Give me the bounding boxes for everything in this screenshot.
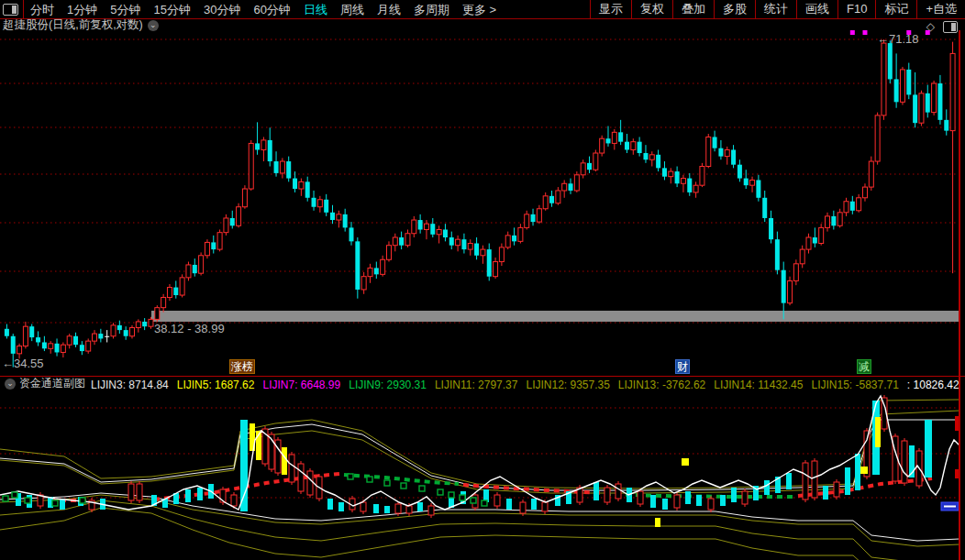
chevron-down-icon[interactable]: ⌄ <box>148 20 159 31</box>
sub-chart-canvas[interactable] <box>0 390 965 560</box>
candle-up <box>882 43 886 115</box>
sub-bar-cyan <box>197 488 203 500</box>
candle-up <box>600 138 605 153</box>
candle-up <box>556 191 560 203</box>
green-dot <box>25 498 30 503</box>
candle-up <box>800 249 804 264</box>
candle-up <box>857 198 861 211</box>
candle-up <box>919 93 924 123</box>
toolbar-item-9[interactable]: 多周期 <box>407 3 456 16</box>
candle-up <box>700 167 704 186</box>
toolbar-item-6[interactable]: 日线 <box>297 3 334 16</box>
sub-bar-cyan <box>593 482 599 500</box>
yellow-dot <box>860 467 868 474</box>
toolbar-right-item-0[interactable]: 显示 <box>590 0 631 18</box>
candle-down <box>926 93 930 113</box>
top-toolbar: 分时1分钟5分钟15分钟30分钟60分钟日线周线月线多周期更多 > 显示复权叠加… <box>0 0 965 19</box>
toolbar-item-7[interactable]: 周线 <box>334 3 371 16</box>
candle-up <box>111 325 116 336</box>
green-dot <box>438 489 443 495</box>
candle-up <box>237 207 241 226</box>
candle-down <box>449 237 454 246</box>
sub-bar-cyan <box>855 454 860 490</box>
sub-bar-red <box>494 495 500 506</box>
toolbar-item-1[interactable]: 1分钟 <box>61 3 104 16</box>
collapse-chevron-icon[interactable]: ⌄ <box>5 379 16 390</box>
ticker-badge-0[interactable]: 涨榜 <box>229 359 255 374</box>
sub-bar-cyan <box>60 499 65 510</box>
candle-down <box>343 214 348 228</box>
candle-down <box>286 161 291 179</box>
candle-down <box>713 137 717 148</box>
candle-down <box>569 183 573 191</box>
candle-up <box>505 236 510 247</box>
candle-down <box>937 83 942 120</box>
candle-up <box>725 149 729 156</box>
main-chart-canvas[interactable] <box>0 30 965 377</box>
indicator-param: LIJIN7: 6648.99 <box>262 379 340 391</box>
candle-up <box>386 246 391 260</box>
sub-bar-cyan <box>650 495 656 508</box>
green-dot <box>52 500 58 506</box>
candle-down <box>638 142 642 153</box>
candle-down <box>124 330 128 336</box>
toolbar-right-item-5[interactable]: 画线 <box>796 0 837 18</box>
period-menu: 分时1分钟5分钟15分钟30分钟60分钟日线周线月线多周期更多 > <box>24 1 503 18</box>
candle-down <box>230 218 235 225</box>
toolbar-item-3[interactable]: 15分钟 <box>147 3 196 16</box>
ticker-badge-2[interactable]: 减 <box>857 359 871 374</box>
toolbar-right-item-8[interactable]: +自选 <box>916 0 965 18</box>
sub-bar-red <box>742 491 748 504</box>
candle-up <box>217 233 222 249</box>
candle-down <box>894 79 899 102</box>
sub-bar-red <box>542 502 548 511</box>
magenta-mark <box>850 30 855 35</box>
green-dot <box>12 492 17 498</box>
candle-down <box>775 239 780 270</box>
layout-split-icon[interactable] <box>3 4 18 16</box>
candle-up <box>562 183 567 191</box>
candle-down <box>731 149 736 164</box>
toolbar-item-4[interactable]: 30分钟 <box>197 3 247 16</box>
indicator-title[interactable]: 资金通道副图 <box>19 377 85 390</box>
magenta-mark <box>926 30 930 35</box>
toolbar-right-item-2[interactable]: 叠加 <box>672 0 714 18</box>
candle-down <box>355 241 360 290</box>
indicator-param: : 10826.42 <box>907 379 959 391</box>
candle-up <box>337 214 341 220</box>
toolbar-item-10[interactable]: 更多 > <box>456 3 503 16</box>
candle-down <box>173 288 178 295</box>
ticker-badge-1[interactable]: 财 <box>675 359 690 374</box>
candle-down <box>193 265 197 273</box>
candle-up <box>612 132 616 143</box>
candle-down <box>430 224 435 235</box>
candle-down <box>42 342 47 348</box>
sub-bar-red <box>616 484 621 499</box>
candle-down <box>769 218 773 239</box>
sub-bar-yellow <box>655 518 660 527</box>
sub-bar-cyan <box>662 499 668 510</box>
candle-up <box>381 259 385 274</box>
sub-bar-cyan <box>925 420 932 478</box>
candle-up <box>574 175 579 191</box>
toolbar-item-0[interactable]: 分时 <box>24 3 61 16</box>
candle-down <box>474 244 479 256</box>
candle-down <box>531 214 536 222</box>
toolbar-right-item-1[interactable]: 复权 <box>631 0 672 18</box>
candle-up <box>393 237 397 246</box>
candle-up <box>669 171 673 177</box>
candle-up <box>499 247 504 262</box>
toolbar-item-2[interactable]: 5分钟 <box>104 3 147 16</box>
candle-down <box>662 168 667 176</box>
sub-bar-cyan <box>373 504 379 513</box>
toolbar-right-item-7[interactable]: 标记 <box>875 0 916 18</box>
candle-up <box>242 189 247 207</box>
green-dot <box>482 500 487 506</box>
toolbar-item-8[interactable]: 月线 <box>371 3 407 16</box>
toolbar-right-item-3[interactable]: 多股 <box>714 0 755 18</box>
candle-down <box>656 155 660 169</box>
sub-bar-red <box>128 484 134 500</box>
toolbar-right-item-6[interactable]: F10 <box>837 0 875 18</box>
toolbar-item-5[interactable]: 60分钟 <box>247 3 296 16</box>
toolbar-right-item-4[interactable]: 统计 <box>755 0 796 18</box>
